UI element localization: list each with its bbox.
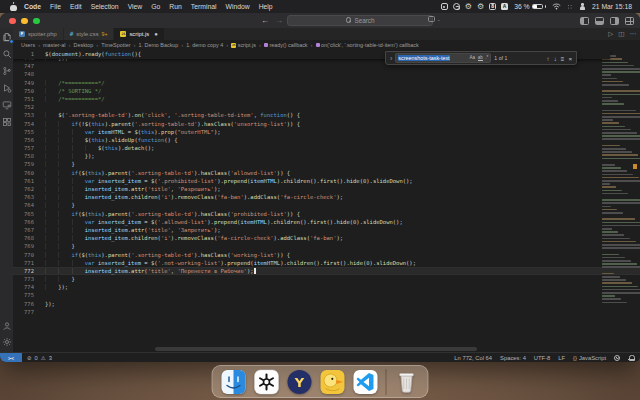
eol[interactable]: LF — [558, 355, 565, 361]
language-mode[interactable]: {} JavaScript — [573, 355, 606, 361]
whole-word-icon[interactable]: ab — [478, 55, 483, 61]
code-line-772[interactable]: 772 inserted_item.attr('title', 'Перенес… — [13, 267, 640, 275]
minimize-window-button[interactable] — [21, 18, 28, 25]
breadcrumb[interactable]: Users›master-al›Desktop›TimeSpotter›1. D… — [13, 40, 640, 50]
tab-style-css[interactable]: #style.css9+ — [64, 28, 115, 40]
code-line-773[interactable]: 773 } — [13, 275, 640, 283]
code-line-766[interactable]: 766 var inserted_item = $('.allowed-list… — [13, 218, 640, 226]
command-center-secondary-icon[interactable]: ⌄ — [428, 16, 441, 22]
menu-view[interactable]: View — [128, 3, 143, 10]
menubar-gear-icon-2[interactable]: ⚙ — [477, 3, 484, 11]
breadcrumb-item[interactable]: Users — [21, 42, 35, 48]
code-line-750[interactable]: 750 /* SORTING */ — [13, 87, 640, 95]
toggle-primary-sidebar-icon[interactable] — [580, 17, 589, 25]
code-line-777[interactable]: 777 — [13, 308, 640, 316]
code-line-763[interactable]: 763 inserted_item.children('i').removeCl… — [13, 193, 640, 201]
run-debug-icon[interactable] — [2, 83, 12, 93]
code-line-765[interactable]: 765 if($(this).parent('.sorting-table-td… — [13, 210, 640, 218]
menu-help[interactable]: Help — [259, 3, 273, 10]
code-line-753[interactable]: 753 $('.sorting-table-td').on('click', '… — [13, 111, 640, 119]
code-line-771[interactable]: 771 var inserted_item = $('.not-working-… — [13, 259, 640, 267]
dock-item-duck[interactable] — [320, 369, 346, 395]
dock-item-yandex-browser[interactable]: Y — [287, 369, 313, 395]
toggle-panel-icon[interactable] — [595, 17, 604, 25]
menu-edit[interactable]: Edit — [70, 3, 82, 10]
breadcrumb-item[interactable]: 1. demo copy 4 — [186, 42, 223, 48]
modified-dot-icon[interactable]: ● — [154, 31, 158, 37]
toggle-secondary-sidebar-icon[interactable] — [610, 17, 619, 25]
menubar-input-source-icon[interactable]: A — [501, 3, 508, 10]
code-line-751[interactable]: 751 /*==========*/ — [13, 95, 640, 103]
code-line-775[interactable]: 775 — [13, 291, 640, 299]
breadcrumb-item[interactable]: Desktop — [74, 42, 94, 48]
source-control-icon[interactable] — [2, 66, 12, 76]
breadcrumb-item[interactable]: master-al — [43, 42, 65, 48]
code-line-761[interactable]: 761 var inserted_item = $('.prohibited-l… — [13, 177, 640, 185]
code-line-770[interactable]: 770 if($(this).parent('.sorting-table-td… — [13, 251, 640, 259]
find-input[interactable]: screenshots-task-text Aa ab .* — [395, 53, 491, 63]
menu-code[interactable]: Code — [24, 3, 41, 10]
command-center-search[interactable]: Search — [287, 15, 433, 26]
problems-summary[interactable]: ⊘ 0 ⚠ 3 — [22, 355, 52, 361]
breadcrumb-item[interactable]: JSscript.js — [231, 42, 256, 48]
previous-match-icon[interactable]: ↑ — [547, 55, 550, 62]
navigate-forward-icon[interactable]: → — [275, 13, 283, 28]
close-window-button[interactable] — [9, 18, 16, 25]
code-line-752[interactable]: 752 — [13, 103, 640, 111]
search-icon[interactable] — [2, 49, 12, 59]
code-line-762[interactable]: 762 inserted_item.attr('title', 'Разреши… — [13, 185, 640, 193]
menu-file[interactable]: File — [50, 3, 61, 10]
breadcrumb-item[interactable]: ready() callback — [264, 42, 308, 48]
code-line-756[interactable]: 756 $(this).slideUp(function() { — [13, 136, 640, 144]
code-line-748[interactable]: 748 — [13, 70, 640, 78]
menu-run[interactable]: Run — [169, 3, 181, 10]
menu-bar-clock[interactable]: 21 Mar 15:18 — [592, 3, 632, 10]
find-in-selection-icon[interactable]: ≡ — [561, 55, 565, 62]
menubar-gear-icon-1[interactable]: ⚙ — [465, 3, 472, 11]
dock-item-vscode[interactable] — [353, 369, 379, 395]
dock-item-finder[interactable] — [221, 369, 247, 395]
user-account-icon[interactable] — [579, 3, 586, 10]
run-file-icon[interactable]: ▷ — [608, 30, 613, 38]
customize-layout-icon[interactable] — [625, 17, 634, 25]
code-line-769[interactable]: 769 } — [13, 242, 640, 250]
tab-spotter-php[interactable]: Pspotter.php — [13, 28, 64, 40]
settings-icon[interactable] — [2, 337, 12, 347]
menubar-app-icon-1[interactable] — [441, 3, 448, 10]
regex-icon[interactable]: .* — [485, 55, 488, 61]
code-editor[interactable]: 746 });747748749 /*==========*/750 /* SO… — [13, 50, 640, 352]
code-line-776[interactable]: 776}); — [13, 300, 640, 308]
match-case-icon[interactable]: Aa — [470, 55, 476, 61]
battery-indicator[interactable]: 36 % — [514, 3, 546, 10]
menubar-app-icon-2[interactable] — [453, 3, 460, 10]
menubar-badge-icon[interactable]: 8 — [489, 3, 496, 10]
feedback-smiley-icon[interactable] — [614, 355, 620, 361]
split-editor-icon[interactable]: ◫ — [618, 30, 624, 38]
notifications-bell-icon[interactable] — [628, 354, 634, 361]
code-line-758[interactable]: 758 }); — [13, 152, 640, 160]
indentation[interactable]: Spaces: 4 — [500, 355, 526, 361]
cursor-position[interactable]: Ln 772, Col 64 — [454, 355, 492, 361]
menu-terminal[interactable]: Terminal — [191, 3, 217, 10]
horizontal-scrollbar[interactable] — [155, 347, 477, 351]
zoom-window-button[interactable] — [33, 18, 40, 25]
next-match-icon[interactable]: ↓ — [554, 55, 557, 62]
code-line-760[interactable]: 760 if($(this).parent('.sorting-table-td… — [13, 169, 640, 177]
code-line-757[interactable]: 757 $(this).detach(); — [13, 144, 640, 152]
breadcrumb-item[interactable]: TimeSpotter — [101, 42, 130, 48]
code-line-759[interactable]: 759 } — [13, 160, 640, 168]
explorer-icon[interactable] — [2, 32, 12, 42]
code-line-768[interactable]: 768 inserted_item.children('i').removeCl… — [13, 234, 640, 242]
code-line-754[interactable]: 754 if(!$(this).parent('.sorting-table-t… — [13, 120, 640, 128]
code-line-749[interactable]: 749 /*==========*/ — [13, 79, 640, 87]
breadcrumb-item[interactable]: on('click', '.sorting-table-td-item') ca… — [316, 42, 419, 48]
menu-selection[interactable]: Selection — [91, 3, 119, 10]
minimap[interactable] — [600, 50, 630, 344]
toggle-replace-icon[interactable]: › — [390, 55, 392, 62]
title-bar[interactable]: ← → Search ⌄ — [0, 13, 640, 28]
remote-explorer-icon[interactable] — [2, 100, 12, 110]
navigate-back-icon[interactable]: ← — [261, 13, 269, 28]
code-line-767[interactable]: 767 inserted_item.attr('title', 'Запрети… — [13, 226, 640, 234]
dock-item-chatgpt[interactable] — [254, 369, 280, 395]
menulet-dots-icon[interactable] — [567, 4, 573, 10]
